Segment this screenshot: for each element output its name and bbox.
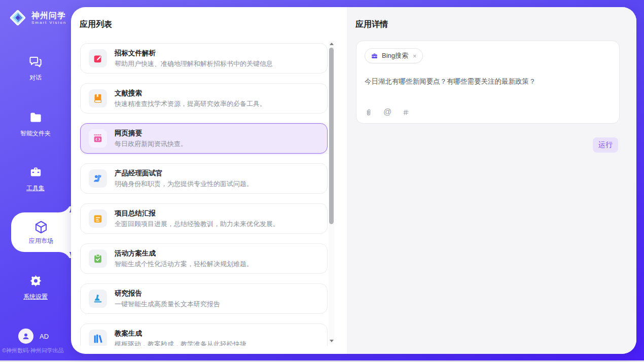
app-card-books[interactable]: 教案生成 模板驱动，教案秒成，教学准备从此轻松快捷: [80, 323, 328, 346]
scroll-up-button[interactable]: [329, 41, 334, 47]
sidebar-item-toolbox[interactable]: 工具集: [0, 165, 71, 193]
app-card-title: 教案生成: [115, 329, 246, 338]
app-card-title: 文献搜索: [115, 89, 266, 97]
app-list-title: 应用列表: [80, 19, 112, 30]
edit-doc-icon: [89, 49, 107, 67]
run-button[interactable]: 运行: [593, 137, 618, 153]
brand-name: 神州问学: [31, 11, 66, 20]
briefcase-icon: [371, 52, 378, 60]
sidebar-item-label: 对话: [29, 74, 42, 82]
book-icon: [89, 89, 107, 107]
app-card-interviewer[interactable]: 产品经理面试官 明确身份和职责，为您提供专业性的面试问题。: [80, 163, 328, 194]
main-content: 应用列表 招标文件解析 帮助用户快速、准确地理解和解析招标书中的关键信息 文献搜…: [71, 7, 636, 354]
app-frame: 神州问学 Smart Vision 对话 智能文件夹 工具集 应用市场: [0, 0, 644, 360]
app-card-calendar[interactable]: 项目总结汇报 全面回顾项目进展，总结经验教训，助力未来优化发展。: [80, 203, 328, 234]
app-card-desc: 模板驱动，教案秒成，教学准备从此轻松快捷: [115, 340, 246, 346]
books-icon: [89, 330, 107, 346]
folder-icon: [0, 111, 71, 126]
list-scrollbar[interactable]: [329, 41, 334, 344]
brand-logo: 神州问学 Smart Vision: [8, 8, 66, 27]
sidebar-item-label: 智能文件夹: [20, 129, 51, 138]
app-card-edit-doc[interactable]: 招标文件解析 帮助用户快速、准确地理解和解析招标书中的关键信息: [80, 43, 328, 74]
app-list-panel: 应用列表 招标文件解析 帮助用户快速、准确地理解和解析招标书中的关键信息 文献搜…: [71, 7, 347, 354]
person-icon: [21, 332, 30, 341]
app-detail-title: 应用详情: [355, 19, 388, 30]
app-card-desc: 明确身份和职责，为您提供专业性的面试问题。: [115, 179, 253, 188]
prompt-query-text: 今日湖北有哪些新闻要点？有哪些需要关注的最新政策？: [365, 77, 611, 86]
prompt-input[interactable]: Bing搜索 × 今日湖北有哪些新闻要点？有哪些需要关注的最新政策？ @: [356, 41, 620, 124]
triangle-down-icon: [330, 340, 334, 342]
app-card-clipboard-check[interactable]: 活动方案生成 智能生成个性化活动方案，轻松解决规划难题。: [80, 243, 328, 274]
app-list: 招标文件解析 帮助用户快速、准确地理解和解析招标书中的关键信息 文献搜索 快速精…: [80, 43, 328, 346]
hash-icon[interactable]: [402, 108, 410, 116]
app-card-book[interactable]: 文献搜索 快速精准查找学术资源，提高研究效率的必备工具。: [80, 83, 328, 114]
brand-subtitle: Smart Vision: [31, 20, 66, 25]
web-code-icon: [89, 129, 107, 148]
chip-close-icon[interactable]: ×: [413, 53, 417, 59]
composer-toolbar: @: [365, 107, 410, 117]
app-card-desc: 帮助用户快速、准确地理解和解析招标书中的关键信息: [115, 59, 273, 68]
gear-icon: [0, 274, 71, 289]
paperclip-icon[interactable]: [365, 108, 373, 117]
app-card-title: 招标文件解析: [115, 49, 273, 57]
calendar-icon: [89, 209, 107, 228]
app-detail-panel: 应用详情 Bing搜索 × 今日湖北有哪些新闻要点？有哪些需要关注的最新政策？: [347, 7, 636, 354]
sidebar-item-cube[interactable]: 应用市场: [11, 212, 71, 252]
app-card-title: 活动方案生成: [115, 249, 253, 258]
sidebar: 神州问学 Smart Vision 对话 智能文件夹 工具集 应用市场: [0, 0, 71, 360]
sidebar-item-gear[interactable]: 系统设置: [0, 274, 71, 301]
app-card-title: 网页摘要: [115, 129, 187, 137]
clipboard-check-icon: [89, 249, 107, 268]
at-icon[interactable]: @: [383, 107, 391, 117]
sidebar-item-label: 工具集: [26, 184, 45, 193]
tool-chip-bing-search[interactable]: Bing搜索 ×: [365, 48, 423, 63]
app-card-desc: 全面回顾项目进展，总结经验教训，助力未来优化发展。: [115, 220, 279, 228]
chat-icon: [0, 55, 71, 70]
microscope-icon: [89, 289, 107, 308]
sidebar-item-folder[interactable]: 智能文件夹: [0, 111, 71, 138]
brand-diamond-icon: [8, 8, 27, 27]
cube-icon: [33, 220, 49, 235]
app-card-title: 研究报告: [115, 289, 220, 298]
app-card-desc: 每日政府新闻资讯快查。: [115, 139, 187, 148]
toolbox-icon: [0, 165, 71, 180]
scrollbar-thumb[interactable]: [329, 48, 334, 224]
interviewer-icon: [89, 169, 107, 188]
app-card-microscope[interactable]: 研究报告 一键智能生成高质量长文本研究报告: [80, 283, 328, 314]
app-card-web-code[interactable]: 网页摘要 每日政府新闻资讯快查。: [80, 123, 328, 154]
sidebar-item-label: 系统设置: [23, 293, 48, 301]
user-initials: AD: [40, 333, 49, 340]
sidebar-item-label: 应用市场: [29, 237, 53, 245]
sidebar-item-chat[interactable]: 对话: [0, 55, 71, 82]
app-card-desc: 智能生成个性化活动方案，轻松解决规划难题。: [115, 260, 253, 268]
app-card-desc: 一键智能生成高质量长文本研究报告: [115, 300, 220, 308]
avatar: [18, 329, 33, 344]
tool-chip-label: Bing搜索: [382, 51, 408, 60]
triangle-up-icon: [330, 43, 334, 45]
app-card-desc: 快速精准查找学术资源，提高研究效率的必备工具。: [115, 99, 266, 108]
user-account[interactable]: AD: [18, 329, 49, 344]
app-card-title: 产品经理面试官: [115, 169, 253, 177]
scroll-down-button[interactable]: [329, 338, 334, 344]
copyright-footer: ©神州数码·神州问学出品: [2, 347, 64, 354]
app-card-title: 项目总结汇报: [115, 209, 279, 218]
